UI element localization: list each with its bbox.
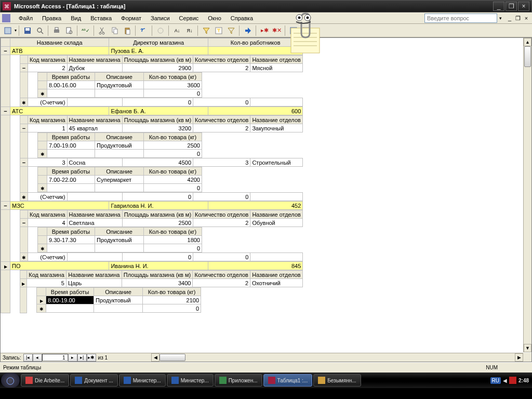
menu-window[interactable]: Окно: [204, 14, 225, 22]
col-header[interactable]: Описание: [95, 73, 144, 81]
scroll-right-icon[interactable]: ▶: [515, 353, 523, 362]
col-header[interactable]: Описание: [94, 288, 143, 296]
menu-format[interactable]: Формат: [117, 14, 145, 22]
new-object-dropdown-icon[interactable]: ▾: [313, 28, 315, 33]
new-record-row[interactable]: [37, 304, 46, 313]
cell-time[interactable]: 7.00-22.00: [47, 176, 95, 184]
nav-last-button[interactable]: ▸|: [77, 354, 87, 362]
cell-employees[interactable]: 452: [208, 202, 303, 210]
cell-sklad[interactable]: АТС: [10, 107, 109, 115]
cell-desc[interactable]: Продуктовый: [95, 81, 144, 89]
cell-shopname[interactable]: Дубок: [67, 64, 122, 72]
new-record-row[interactable]: [38, 89, 47, 98]
col-header[interactable]: Название магазина: [66, 271, 122, 279]
col-header[interactable]: Количество отделов: [193, 56, 250, 64]
new-record-button[interactable]: ▸✱: [259, 25, 270, 36]
cell-employees[interactable]: 745: [208, 47, 303, 55]
start-button[interactable]: ◯: [1, 373, 20, 388]
hyperlink-button[interactable]: [155, 25, 166, 36]
cell-deptname[interactable]: Мясной: [250, 64, 302, 72]
col-header[interactable]: Название магазина: [67, 56, 122, 64]
cut-button[interactable]: [97, 25, 108, 36]
cell-director[interactable]: Ефанов Б. А.: [109, 107, 208, 115]
col-header[interactable]: Название отделов: [250, 210, 302, 219]
cell-desc[interactable]: Продуктовый: [95, 236, 144, 244]
language-indicator[interactable]: RU: [490, 377, 501, 384]
db-window-button[interactable]: [288, 25, 299, 36]
new-record-row[interactable]: [38, 184, 47, 192]
col-header[interactable]: Код магазина: [28, 210, 68, 219]
cell-time[interactable]: 9.30-17.30: [47, 236, 95, 244]
tray-arrow-icon[interactable]: ◀: [503, 378, 507, 383]
menu-edit[interactable]: Правка: [38, 14, 65, 22]
cell-shopid[interactable]: 5: [27, 279, 66, 287]
paste-button[interactable]: [122, 25, 133, 36]
col-header[interactable]: Название магазина: [67, 210, 122, 219]
col-header[interactable]: Площадь магазина (кв м): [122, 271, 193, 279]
row-selector[interactable]: [20, 279, 27, 287]
col-header[interactable]: Количество отделов: [193, 271, 250, 279]
cell-qty[interactable]: 1800: [144, 236, 202, 244]
cell-qty[interactable]: 2500: [144, 141, 202, 150]
cell-shopid[interactable]: 1: [28, 124, 68, 132]
scroll-left-icon[interactable]: ◀: [151, 353, 159, 362]
cell-depts[interactable]: 2: [193, 279, 250, 287]
cell-sklad[interactable]: ПО: [10, 262, 109, 270]
cell-desc[interactable]: Продуктовый: [94, 296, 143, 304]
doc-minimize-button[interactable]: _: [506, 15, 513, 22]
col-header[interactable]: Время работы: [47, 228, 95, 236]
row-selector[interactable]: [1, 262, 10, 270]
sort-asc-button[interactable]: А↓: [171, 25, 183, 36]
cell-qty[interactable]: 4200: [144, 176, 202, 184]
col-header[interactable]: Название магазина: [67, 116, 122, 124]
cell-qty[interactable]: 2100: [143, 296, 201, 304]
cell-area[interactable]: 3400: [122, 279, 193, 287]
print-button[interactable]: [51, 25, 62, 36]
taskbar-item[interactable]: Министер...: [167, 374, 214, 387]
cell-area[interactable]: 2900: [122, 64, 193, 72]
row-selector[interactable]: [38, 81, 47, 89]
menu-help[interactable]: Справка: [227, 14, 257, 22]
taskbar-item[interactable]: Министер...: [119, 374, 166, 387]
row-selector[interactable]: [37, 296, 46, 304]
col-header[interactable]: Кол-во работников: [208, 38, 303, 47]
cell-time[interactable]: 8.00-16.00: [47, 81, 95, 89]
view-button[interactable]: [2, 25, 14, 36]
col-header[interactable]: Время работы: [47, 73, 95, 81]
filter-form-button[interactable]: [213, 25, 224, 36]
new-object-button[interactable]: [300, 25, 312, 36]
spellcheck-button[interactable]: ᴬᴮ✓: [80, 25, 91, 36]
col-header[interactable]: Площадь магазина (кв м): [122, 116, 193, 124]
cell-shopname[interactable]: Светлана: [67, 219, 122, 227]
row-selector[interactable]: [20, 158, 28, 167]
col-header[interactable]: Кол-во товара (кг): [144, 133, 202, 141]
new-record-row[interactable]: [38, 244, 47, 252]
cell-employees[interactable]: 600: [208, 107, 303, 115]
col-header[interactable]: Код магазина: [27, 271, 66, 279]
cell-shopname[interactable]: 45 квартал: [67, 124, 122, 132]
col-header[interactable]: Количество отделов: [193, 210, 250, 219]
search-button[interactable]: [34, 25, 46, 36]
cell-time[interactable]: 7.00-19.00: [47, 141, 95, 150]
cell-depts[interactable]: 2: [193, 64, 250, 72]
cell-time[interactable]: 8.00-19.00: [46, 296, 94, 304]
col-header[interactable]: Название отделов: [250, 116, 302, 124]
print-preview-button[interactable]: [63, 25, 75, 36]
new-record-row[interactable]: [20, 193, 28, 201]
col-header[interactable]: Описание: [95, 167, 144, 176]
scroll-up-icon[interactable]: ▲: [524, 38, 531, 46]
cell-shopname[interactable]: Сосна: [67, 158, 122, 167]
cell-director[interactable]: Иванина Н. И.: [109, 262, 208, 270]
col-header[interactable]: Площадь магазина (кв м): [122, 210, 193, 219]
cell-shopname[interactable]: Царь: [66, 279, 122, 287]
select-all[interactable]: [1, 38, 10, 47]
doc-restore-button[interactable]: ❐: [514, 15, 522, 22]
row-selector[interactable]: [1, 47, 10, 55]
nav-record-input[interactable]: [42, 354, 68, 361]
copy-button[interactable]: [109, 25, 121, 36]
cell-sklad[interactable]: АТВ: [10, 47, 109, 55]
cell-deptname[interactable]: Строительный: [250, 158, 302, 167]
col-header[interactable]: Название склада: [10, 38, 109, 47]
menu-insert[interactable]: Вставка: [86, 14, 116, 22]
cell-depts[interactable]: 2: [193, 124, 250, 132]
